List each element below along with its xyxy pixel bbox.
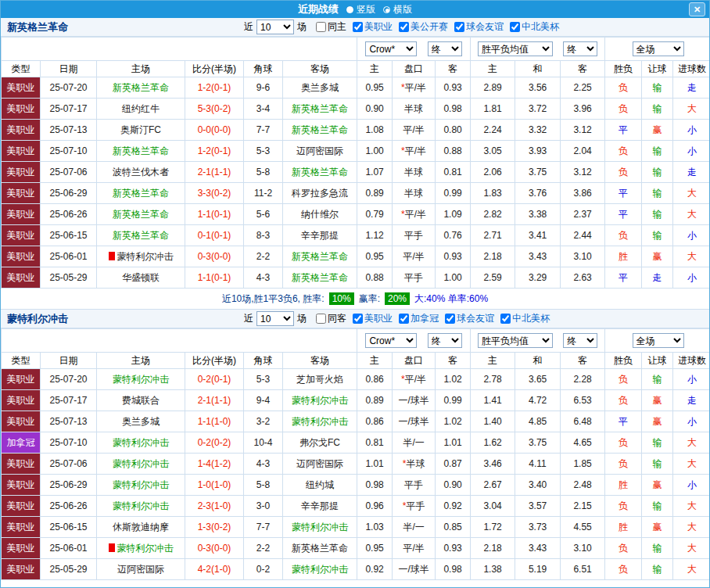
handicap-rate-label: 赢率: <box>359 292 380 306</box>
league-type-cell: 美职业 <box>2 475 41 496</box>
league-type-cell: 美职业 <box>2 538 41 559</box>
team-name: 蒙特利尔冲击 <box>113 437 169 448</box>
handicap-result-cell: 赢 <box>642 475 673 496</box>
checkbox-input[interactable] <box>445 314 455 324</box>
handicap-result-cell: 赢 <box>642 246 673 267</box>
handicap-cell: 半/一 <box>393 517 436 538</box>
away-handicap-odds-cell: 1.09 <box>436 204 471 225</box>
avg-odds-type-select[interactable]: 胜平负均值 <box>478 333 553 348</box>
filter-checkbox[interactable]: 球会友谊 <box>445 312 494 325</box>
filter-checkbox[interactable]: 同主 <box>316 20 346 34</box>
filter-controls: 近 10 场 同主美职业美公开赛球会友谊中北美杯 <box>244 20 559 34</box>
goals-result-cell: 大 <box>673 496 710 517</box>
league-type-cell: 美职业 <box>2 369 41 390</box>
avg-away-odds-cell: 4.65 <box>561 432 605 454</box>
avg-final-select[interactable]: 终 <box>563 333 597 348</box>
checkbox-input[interactable] <box>316 314 326 324</box>
summary-record: 近10场,胜1平3负6, 胜率: <box>222 292 325 306</box>
avg-final-select[interactable]: 终 <box>563 41 597 56</box>
match-row: 加拿冠25-07-10蒙特利尔冲击0-2(0-2)10-4弗尔戈FC0.81半/… <box>2 432 710 454</box>
column-header: 日期 <box>41 61 97 77</box>
odds-final-select[interactable]: 终 <box>428 41 462 56</box>
result-cell: 负 <box>605 141 642 162</box>
filter-checkbox[interactable]: 球会友谊 <box>454 20 504 34</box>
home-handicap-odds-cell: 0.86 <box>357 369 393 390</box>
avg-odds-type-select[interactable]: 胜平负均值 <box>478 41 553 56</box>
date-cell: 25-07-20 <box>41 77 97 99</box>
checkbox-input[interactable] <box>454 22 464 32</box>
match-row: 美职业25-07-20新英格兰革命1-2(0-1)9-6奥兰多城0.95*平/半… <box>2 77 710 99</box>
odds-company-select[interactable]: Crow* <box>365 41 417 56</box>
league-type-cell: 加拿冠 <box>2 432 41 454</box>
league-type-cell: 美职业 <box>2 517 41 538</box>
away-team-cell: 新英格兰革命 <box>283 267 357 289</box>
checkbox-input[interactable] <box>399 22 409 32</box>
filter-checkbox[interactable]: 美公开赛 <box>399 20 448 34</box>
match-count-select[interactable]: 10 <box>256 311 294 326</box>
match-count-select[interactable]: 10 <box>256 20 294 34</box>
date-cell: 25-06-26 <box>41 496 97 517</box>
checkbox-input[interactable] <box>353 314 363 324</box>
away-team-cell: 新英格兰革命 <box>283 246 357 267</box>
team-name: 新英格兰革命 <box>113 145 169 156</box>
team-name: 新英格兰革命 <box>292 251 348 262</box>
goals-result-cell: 小 <box>673 411 710 432</box>
filter-checkbox[interactable]: 同客 <box>316 312 346 325</box>
avg-draw-odds-cell: 3.43 <box>515 246 561 267</box>
checkbox-input[interactable] <box>510 22 520 32</box>
league-type-cell: 美职业 <box>2 77 41 99</box>
avg-draw-odds-cell: 3.29 <box>515 267 561 289</box>
summary-bar: 近10场,胜1平3负6, 胜率: 10% 赢率: 20% 大:40% 单率:60… <box>1 289 709 310</box>
avg-away-odds-cell: 2.37 <box>561 204 605 225</box>
result-cell: 负 <box>605 225 642 246</box>
filter-checkbox[interactable]: 中北美杯 <box>500 312 550 325</box>
handicap-cell: 平手 <box>393 475 436 496</box>
match-row: 美职业25-05-29迈阿密国际4-2(1-0)0-2蒙特利尔冲击0.92一/球… <box>2 559 710 580</box>
avg-away-odds-cell: 4.55 <box>561 517 605 538</box>
column-header: 类型 <box>2 61 41 77</box>
goals-result-cell: 小 <box>673 141 710 162</box>
league-type-cell: 美职业 <box>2 120 41 141</box>
match-row: 美职业25-06-26新英格兰革命1-1(0-1)5-6纳什维尔0.79*平/半… <box>2 204 710 225</box>
avg-away-odds-cell: 3.10 <box>561 538 605 559</box>
checkbox-input[interactable] <box>316 22 326 32</box>
handicap-result-cell: 输 <box>642 183 673 204</box>
matches-table: Crow* 终 胜平负均值 终 全场 类型日期主场比分(半场)角球客场主盘口客主… <box>1 328 710 580</box>
checkbox-input[interactable] <box>399 314 409 324</box>
result-cell: 平 <box>605 204 642 225</box>
league-type-cell: 美职业 <box>2 411 41 432</box>
odds-final-select[interactable]: 终 <box>428 333 462 348</box>
filter-checkbox[interactable]: 加拿冠 <box>399 312 439 325</box>
odds-company-select[interactable]: Crow* <box>365 333 417 348</box>
checkbox-input[interactable] <box>353 22 363 32</box>
handicap-result-cell: 输 <box>642 538 673 559</box>
avg-away-odds-cell: 3.12 <box>561 120 605 141</box>
avg-away-odds-cell: 2.04 <box>561 141 605 162</box>
goals-result-cell: 大 <box>673 246 710 267</box>
team-name: 纽约城 <box>306 479 334 490</box>
team-name: 弗尔戈FC <box>299 437 340 448</box>
date-cell: 25-07-17 <box>41 99 97 120</box>
avg-away-odds-cell: 2.25 <box>561 77 605 99</box>
home-team-cell: 波特兰伐木者 <box>97 162 185 183</box>
filter-checkbox[interactable]: 美职业 <box>353 312 393 325</box>
home-handicap-odds-cell: 0.86 <box>357 411 393 432</box>
result-cell: 负 <box>605 538 642 559</box>
score-cell: 0-3(0-0) <box>185 246 244 267</box>
checkbox-input[interactable] <box>500 314 511 324</box>
team-name: 蒙特利尔冲击 <box>113 458 169 469</box>
avg-draw-odds-cell: 3.32 <box>515 120 561 141</box>
filter-checkbox[interactable]: 美职业 <box>353 20 393 34</box>
filter-checkbox[interactable]: 中北美杯 <box>510 20 559 34</box>
close-button[interactable]: ✕ <box>689 2 705 16</box>
match-scope-select[interactable]: 全场 <box>633 333 684 348</box>
match-scope-select[interactable]: 全场 <box>633 41 684 56</box>
result-cell: 负 <box>605 454 642 475</box>
column-header: 比分(半场) <box>185 353 244 369</box>
home-handicap-odds-cell: 0.81 <box>357 432 393 454</box>
away-team-cell: 新英格兰革命 <box>283 99 357 120</box>
column-header: 客场 <box>283 353 357 369</box>
layout-vertical-radio[interactable]: 竖版 <box>346 3 375 16</box>
layout-horizontal-radio[interactable]: 横版 <box>383 3 412 16</box>
team-name: 蒙特利尔冲击 <box>113 374 169 385</box>
